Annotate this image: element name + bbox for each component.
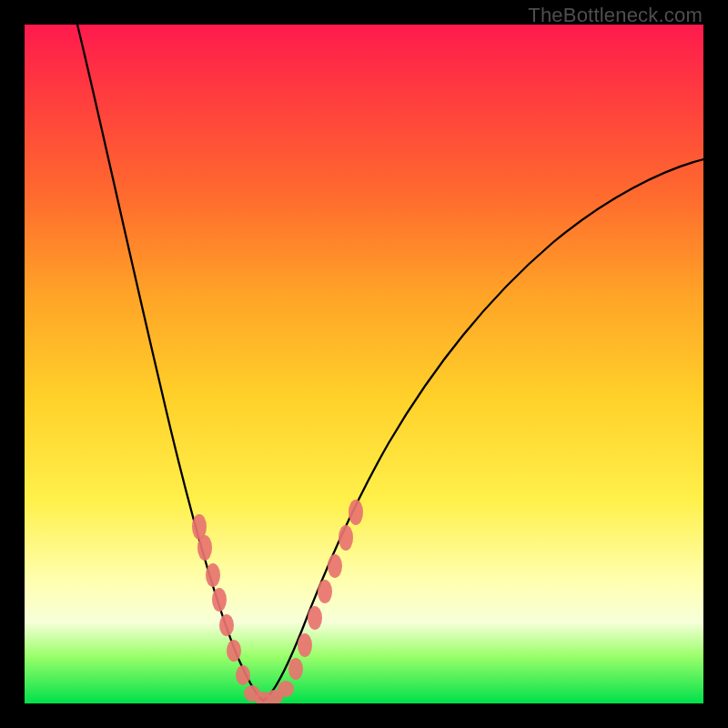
svg-point-2	[206, 563, 220, 587]
svg-point-1	[197, 535, 212, 561]
svg-point-6	[236, 665, 250, 685]
svg-point-11	[288, 658, 303, 680]
svg-point-13	[308, 606, 322, 630]
plot-area	[25, 25, 703, 703]
svg-point-16	[339, 525, 353, 551]
svg-point-10	[278, 681, 294, 697]
svg-point-4	[219, 614, 234, 636]
svg-point-17	[349, 500, 363, 525]
watermark-text: TheBottleneck.com	[528, 4, 703, 27]
svg-point-15	[328, 554, 342, 578]
svg-point-3	[212, 588, 227, 612]
svg-point-5	[227, 640, 241, 662]
curve-layer	[25, 25, 703, 703]
svg-point-12	[298, 633, 312, 657]
curve-left-branch	[77, 25, 263, 701]
svg-point-14	[318, 580, 332, 603]
curve-right-branch	[263, 159, 703, 701]
highlight-dots	[192, 500, 363, 703]
chart-frame: TheBottleneck.com	[0, 0, 728, 728]
